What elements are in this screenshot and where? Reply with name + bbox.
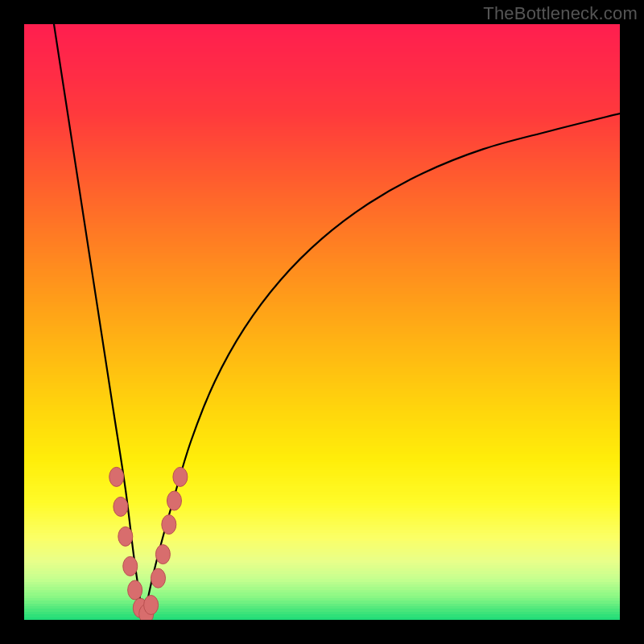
sample-dot (128, 580, 142, 600)
sample-dot (173, 467, 188, 486)
bottleneck-curve (24, 24, 620, 620)
curve-right-branch (143, 114, 620, 620)
sample-dot (118, 526, 133, 546)
sample-dot (144, 596, 159, 615)
sample-dot (162, 515, 176, 535)
sample-dot (123, 556, 138, 576)
sample-dot (114, 497, 128, 516)
sample-dot (109, 467, 124, 486)
sample-dot (155, 545, 170, 564)
attribution-label: TheBottleneck.com (483, 3, 638, 24)
plot-area (24, 24, 620, 620)
sample-dot (151, 568, 166, 588)
sample-dot (167, 491, 181, 510)
chart-frame: TheBottleneck.com (0, 0, 644, 644)
